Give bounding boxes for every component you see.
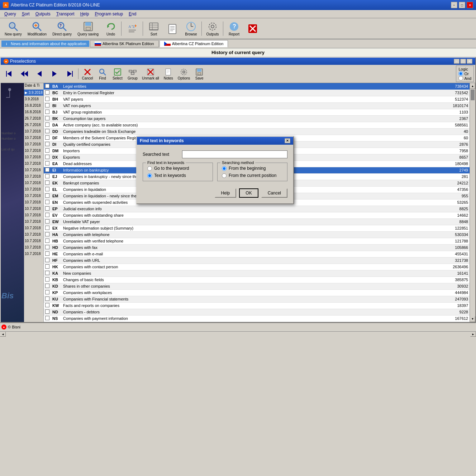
date-2[interactable]: 3.9.2018: [24, 96, 43, 102]
date-18[interactable]: 10.7.2018: [24, 199, 43, 206]
table-row[interactable]: EP Judicial execution info 8825: [44, 206, 470, 212]
row-checkbox[interactable]: [44, 167, 51, 173]
tab-news[interactable]: i News and information about the applica…: [1, 40, 89, 47]
date-24[interactable]: 10.7.2018: [24, 238, 43, 244]
table-row[interactable]: KU Companies with Financial statements 2…: [44, 296, 470, 302]
vertical-scrollbar[interactable]: ▲ ▼: [470, 83, 475, 322]
table-row[interactable]: DD Companies tradeable on Stock Exchange…: [44, 128, 470, 135]
row-checkbox[interactable]: [44, 302, 51, 309]
date-16[interactable]: 10.7.2018: [24, 186, 43, 193]
new-query-button[interactable]: New query: [2, 20, 24, 37]
logic-or-option[interactable]: Or: [458, 71, 471, 76]
row-checkbox[interactable]: [44, 141, 51, 148]
outputs-button[interactable]: [163, 22, 181, 35]
date-15[interactable]: 10.7.2018: [24, 180, 43, 186]
row-checkbox[interactable]: [44, 154, 51, 160]
row-checkbox[interactable]: [44, 90, 51, 96]
row-checkbox[interactable]: [44, 128, 51, 135]
table-row[interactable]: NS Companies with payment information 16…: [44, 315, 470, 322]
table-row[interactable]: BA Legal entities 738434: [44, 83, 470, 90]
table-row[interactable]: EW Unreliable VAT payer 8848: [44, 218, 470, 225]
date-13[interactable]: 10.7.2018: [24, 167, 43, 173]
date-12[interactable]: 10.7.2018: [24, 160, 43, 167]
row-checkbox[interactable]: [44, 218, 51, 225]
presel-restore[interactable]: □: [460, 59, 466, 64]
nav-first-button[interactable]: [2, 69, 16, 78]
date-1[interactable]: ▶ 3.9.2018: [24, 90, 43, 96]
modification-button[interactable]: Modification: [25, 20, 49, 37]
date-10[interactable]: 10.7.2018: [24, 148, 43, 154]
row-checkbox[interactable]: [44, 244, 51, 251]
help-button[interactable]: ? Report: [225, 20, 243, 37]
menu-help[interactable]: Help: [77, 11, 92, 17]
scroll-right-button[interactable]: ►: [470, 332, 476, 337]
text-in-keywords-radio[interactable]: [147, 173, 152, 178]
table-row[interactable]: HD Companies with fax 105866: [44, 244, 470, 251]
table-row[interactable]: KW Facts and reports on companies 18397: [44, 302, 470, 309]
logic-and-radio[interactable]: [458, 76, 463, 81]
table-row[interactable]: KB Changes of basic fields 385875: [44, 277, 470, 283]
from-beginning-option[interactable]: From the beginning: [222, 166, 283, 171]
row-checkbox[interactable]: [44, 251, 51, 257]
date-11[interactable]: 10.7.2018: [24, 154, 43, 160]
unmark-all-button[interactable]: Unmark all: [141, 67, 161, 81]
row-checkbox[interactable]: [44, 225, 51, 231]
presel-controls[interactable]: − □ ✕: [454, 59, 472, 64]
menu-sort[interactable]: Sort: [19, 11, 33, 17]
row-checkbox[interactable]: [44, 173, 51, 180]
from-current-radio[interactable]: [222, 173, 227, 178]
logic-or-radio[interactable]: [458, 71, 463, 76]
date-6[interactable]: 26.7.2018: [24, 122, 43, 128]
table-row[interactable]: HE Companies with e-mail 455431: [44, 251, 470, 257]
nav-prev-button[interactable]: [32, 69, 47, 78]
dialog-cancel-button[interactable]: Cancel: [261, 188, 287, 198]
row-checkbox[interactable]: [44, 186, 51, 193]
dialog-ok-button[interactable]: OK: [239, 188, 258, 198]
table-row[interactable]: BI VAT non-payers 1810174: [44, 102, 470, 109]
find-button[interactable]: Find: [95, 67, 110, 81]
table-row[interactable]: KD Shares in other companies 30932: [44, 283, 470, 289]
date-14[interactable]: 10.7.2018: [24, 173, 43, 180]
tab-cz[interactable]: Albertina CZ Platinum Edition: [160, 40, 228, 47]
date-9[interactable]: 10.7.2018: [24, 141, 43, 148]
menu-end[interactable]: End: [126, 11, 139, 17]
row-checkbox[interactable]: [44, 315, 51, 322]
table-row[interactable]: ND Companies - debtors 9228: [44, 309, 470, 315]
table-row[interactable]: KP Companies with workplaces 444984: [44, 289, 470, 296]
row-checkbox[interactable]: [44, 309, 51, 315]
table-row[interactable]: HF Companies with URL 321738: [44, 257, 470, 264]
undo-button[interactable]: Undo: [102, 20, 120, 37]
table-row[interactable]: EX Negative information subject (Summary…: [44, 225, 470, 231]
goto-keyword-radio[interactable]: [147, 166, 152, 171]
dialog-close-button[interactable]: ✕: [285, 138, 290, 143]
from-beginning-radio[interactable]: [222, 166, 227, 171]
table-row[interactable]: HK Companies with contact person 2636496: [44, 264, 470, 270]
scroll-up-button[interactable]: ▲: [470, 83, 475, 89]
presel-close[interactable]: ✕: [467, 59, 472, 64]
date-8[interactable]: 10.7.2018: [24, 135, 43, 141]
horizontal-scrollbar[interactable]: ◄ ►: [0, 331, 476, 337]
direct-query-button[interactable]: ? Direct query: [50, 20, 74, 37]
date-23[interactable]: 10.7.2018: [24, 231, 43, 238]
menu-program-setup[interactable]: Program setup: [92, 11, 126, 17]
date-21[interactable]: 10.7.2018: [24, 218, 43, 225]
text-in-keywords-option[interactable]: Text in keywords: [147, 173, 208, 178]
table-row[interactable]: KA New companies 16141: [44, 270, 470, 277]
row-checkbox[interactable]: [44, 277, 51, 283]
row-checkbox[interactable]: [44, 296, 51, 302]
row-checkbox[interactable]: [44, 148, 51, 154]
row-checkbox[interactable]: [44, 257, 51, 264]
sort-button[interactable]: AZ: [123, 22, 141, 35]
date-19[interactable]: 10.7.2018: [24, 206, 43, 212]
options-button[interactable]: Outputs: [204, 20, 222, 37]
menu-query[interactable]: Query: [1, 11, 19, 17]
row-checkbox[interactable]: [44, 270, 51, 277]
searched-text-input[interactable]: [182, 150, 287, 158]
presel-minimize[interactable]: −: [454, 59, 460, 64]
select-button[interactable]: Select: [110, 67, 125, 81]
maximize-button[interactable]: □: [459, 2, 465, 8]
row-checkbox[interactable]: [44, 289, 51, 296]
browse-button[interactable]: Sort: [145, 20, 163, 37]
row-checkbox[interactable]: [44, 264, 51, 270]
row-checkbox[interactable]: [44, 160, 51, 167]
